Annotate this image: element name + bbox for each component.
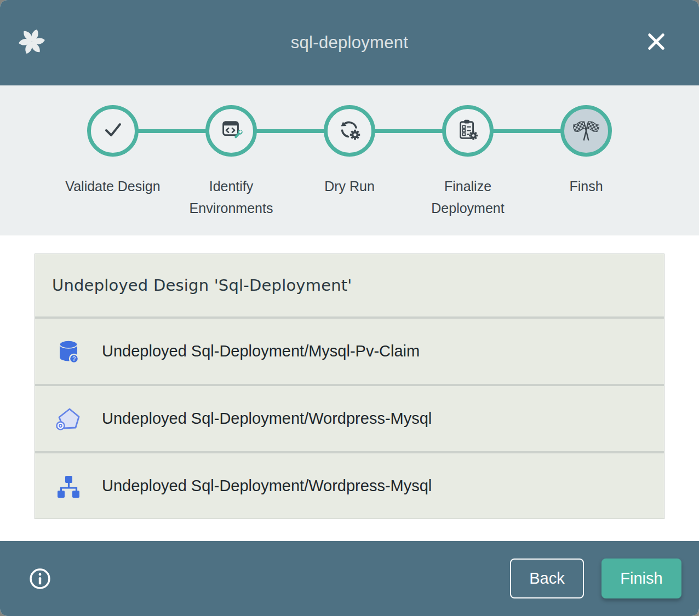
status-row-wordpress-mysql-tree: Undeployed Sql-Deployment/Wordpress-Mysq…	[35, 453, 664, 519]
step-circle	[324, 105, 375, 157]
status-text: Undeployed Sql-Deployment/Wordpress-Mysq…	[102, 410, 432, 428]
status-text: Undeployed Sql-Deployment/Mysql-Pv-Claim	[102, 342, 420, 360]
step-finalize-deployment: Finalize Deployment	[409, 105, 527, 219]
step-circle	[442, 105, 494, 157]
status-row-design: Undeployed Design 'Sql-Deployment'	[35, 254, 664, 319]
status-list-panel: Undeployed Design 'Sql-Deployment' ? Und…	[35, 254, 664, 519]
step-circle	[205, 105, 257, 157]
dialog-footer: Back Finish	[0, 541, 699, 616]
status-text: Undeployed Design 'Sql-Deployment'	[52, 276, 352, 295]
pentagon-badge-icon	[55, 406, 82, 432]
database-question-icon: ?	[55, 338, 82, 365]
status-text: Undeployed Sql-Deployment/Wordpress-Mysq…	[102, 477, 432, 495]
status-row-wordpress-mysql-service: Undeployed Sql-Deployment/Wordpress-Mysq…	[35, 386, 664, 453]
svg-text:?: ?	[72, 355, 76, 362]
dialog-title: sql-deployment	[0, 33, 699, 53]
deployment-status-area: Undeployed Design 'Sql-Deployment' ? Und…	[0, 235, 699, 541]
step-circle-current	[560, 105, 612, 157]
refresh-gear-icon	[336, 117, 363, 145]
org-tree-icon	[55, 473, 82, 499]
info-icon	[28, 584, 51, 592]
step-finish: Finsh	[527, 105, 645, 219]
clipboard-gear-icon	[455, 117, 480, 145]
step-validate-design: Validate Design	[54, 105, 172, 219]
step-label: Validate Design	[65, 175, 160, 197]
step-circle	[87, 105, 139, 157]
step-label: Finsh	[569, 175, 603, 197]
checkmark-icon	[100, 117, 126, 145]
close-icon	[644, 47, 668, 55]
step-label: Identify Environments	[175, 175, 288, 219]
info-button[interactable]	[28, 567, 51, 590]
wizard-stepper: Validate Design	[0, 85, 699, 235]
pinwheel-logo-icon	[16, 26, 47, 57]
status-row-mysql-pv-claim: ? Undeployed Sql-Deployment/Mysql-Pv-Cla…	[35, 319, 664, 386]
sql-deployment-dialog: sql-deployment	[0, 0, 699, 616]
dialog-header: sql-deployment	[0, 0, 699, 85]
finish-button[interactable]: Finish	[601, 559, 681, 598]
checkered-flags-icon	[573, 117, 599, 145]
step-identify-environments: Identify Environments	[172, 105, 290, 219]
step-label: Dry Run	[324, 175, 375, 197]
step-label: Finalize Deployment	[412, 175, 524, 219]
code-window-wrench-icon	[219, 117, 244, 145]
close-button[interactable]	[644, 30, 668, 54]
step-dry-run: Dry Run	[290, 105, 409, 219]
back-button[interactable]: Back	[510, 559, 584, 598]
